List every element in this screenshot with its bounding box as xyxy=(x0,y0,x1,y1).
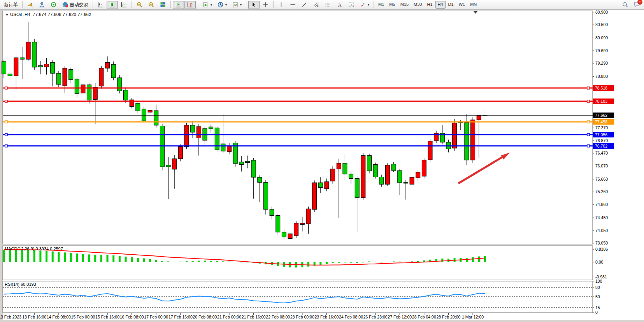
macd-histogram-bar xyxy=(240,262,242,262)
signals-icon xyxy=(50,2,57,8)
signals-button[interactable] xyxy=(48,1,59,9)
new-order-button[interactable]: 新订单 xyxy=(2,1,20,9)
price-axis-label: 76.870 xyxy=(595,138,608,143)
timeframe-m30[interactable]: M30 xyxy=(411,1,424,9)
search-button[interactable] xyxy=(619,1,631,9)
line-handle[interactable] xyxy=(587,100,590,102)
line-handle[interactable] xyxy=(587,121,590,123)
candle-body xyxy=(209,127,213,129)
macd-histogram-bar xyxy=(350,262,352,263)
line-handle[interactable] xyxy=(5,121,7,123)
vertical-line-button[interactable] xyxy=(275,1,287,9)
timeframe-w1[interactable]: W1 xyxy=(456,1,468,9)
cursor-button[interactable] xyxy=(248,1,260,9)
horizontal-line-button[interactable] xyxy=(287,1,298,9)
candle-body xyxy=(105,62,110,68)
arrows-icon xyxy=(360,2,366,8)
line-handle[interactable] xyxy=(587,87,590,89)
vertical-line-icon xyxy=(278,2,284,8)
rsi-axis-label: 80 xyxy=(595,285,600,290)
timeframe-d1[interactable]: D1 xyxy=(446,1,456,9)
candles-chart-button[interactable] xyxy=(107,1,118,9)
line-handle[interactable] xyxy=(5,134,7,136)
fibonacci-button[interactable]: F xyxy=(322,1,333,9)
search-icon xyxy=(622,2,628,8)
candle-body xyxy=(416,172,420,178)
chevron-down-icon[interactable]: ▾ xyxy=(368,3,369,7)
macd-histogram-bar xyxy=(76,253,78,262)
macd-histogram-bar xyxy=(356,262,358,263)
crosshair-button[interactable] xyxy=(260,1,271,9)
toolbar-separator xyxy=(93,1,93,8)
text-button[interactable]: A xyxy=(334,1,345,9)
candle-body xyxy=(51,62,55,73)
zoom-out-button[interactable] xyxy=(146,1,157,9)
text-icon: A xyxy=(336,2,343,8)
candle-body xyxy=(367,156,372,171)
chart-shift-button[interactable] xyxy=(184,1,196,9)
candle-body xyxy=(69,69,73,79)
candle-body xyxy=(349,174,353,178)
candle-body xyxy=(373,164,377,177)
rsi-axis-label: 15 xyxy=(595,305,600,310)
candle-body xyxy=(300,223,304,224)
timeframe-h4[interactable]: H4 xyxy=(435,1,446,9)
macd-histogram-bar xyxy=(478,257,480,262)
macd-histogram-bar xyxy=(228,262,230,262)
macd-histogram-bar xyxy=(484,256,486,262)
candle-body xyxy=(306,209,311,223)
text-label-button[interactable]: T xyxy=(346,1,357,9)
chevron-down-icon[interactable]: ▾ xyxy=(211,3,212,7)
auto-trading-label: 自动交易 xyxy=(70,2,88,8)
profile-icon xyxy=(39,2,45,8)
profile-button[interactable] xyxy=(36,1,47,9)
toolbar-separator xyxy=(198,1,198,8)
macd-histogram-bar xyxy=(64,252,66,262)
price-axis-label: 74.860 xyxy=(595,202,608,207)
timeframe-h1[interactable]: H1 xyxy=(425,1,435,9)
line-handle[interactable] xyxy=(587,145,590,147)
candle-body xyxy=(471,120,475,160)
main-chart-panel xyxy=(3,11,593,244)
macd-histogram-bar xyxy=(119,256,121,262)
candle-body xyxy=(172,159,177,169)
macd-histogram-bar xyxy=(204,260,206,262)
zoom-in-button[interactable] xyxy=(134,1,145,9)
line-chart-button[interactable] xyxy=(118,1,130,9)
macd-histogram-bar xyxy=(94,255,96,262)
tile-windows-button[interactable] xyxy=(157,1,168,9)
price-axis-label: 74.050 xyxy=(595,228,608,233)
timeframe-m15[interactable]: M15 xyxy=(398,1,411,9)
equidistant-channel-button[interactable]: E xyxy=(311,1,322,9)
line-handle[interactable] xyxy=(5,87,7,89)
price-badge-77.662: 77.662 xyxy=(593,113,614,118)
trendline-button[interactable] xyxy=(299,1,310,9)
auto-trading-button[interactable]: 自动交易 xyxy=(60,1,91,9)
quotes-button[interactable] xyxy=(25,1,36,9)
timeframe-m5[interactable]: M5 xyxy=(387,1,397,9)
candle-body xyxy=(184,125,189,147)
auto-scroll-button[interactable] xyxy=(173,1,184,9)
collapse-icon[interactable]: ▼ xyxy=(5,13,9,17)
candle-body xyxy=(385,165,390,184)
bars-chart-button[interactable] xyxy=(95,1,106,9)
arrows-button[interactable]: ▾ xyxy=(357,1,372,9)
toolbar: 新订单自动交易▾▾▾EFAT▾M1M5M15M30H1H4D1W1MN1 xyxy=(0,0,644,10)
candle-body xyxy=(251,160,256,177)
macd-histogram-bar xyxy=(39,250,41,262)
new-chart-button[interactable]: ▾ xyxy=(200,1,214,9)
line-handle[interactable] xyxy=(587,134,590,136)
line-chart-icon xyxy=(121,2,127,8)
candle-body xyxy=(312,183,317,209)
macd-histogram-bar xyxy=(472,257,474,262)
periods-clock-button[interactable]: ▾ xyxy=(215,1,229,9)
line-handle[interactable] xyxy=(5,145,7,147)
indicators-button[interactable]: ▾ xyxy=(230,1,244,9)
chevron-down-icon[interactable]: ▾ xyxy=(225,3,227,7)
line-handle[interactable] xyxy=(5,100,7,102)
chevron-down-icon[interactable]: ▾ xyxy=(240,3,242,7)
macd-histogram-bar xyxy=(192,261,194,262)
timeframe-mn[interactable]: MN xyxy=(468,1,479,9)
timeframe-m1[interactable]: M1 xyxy=(376,1,386,9)
chat-button[interactable]: 1 xyxy=(631,1,642,9)
